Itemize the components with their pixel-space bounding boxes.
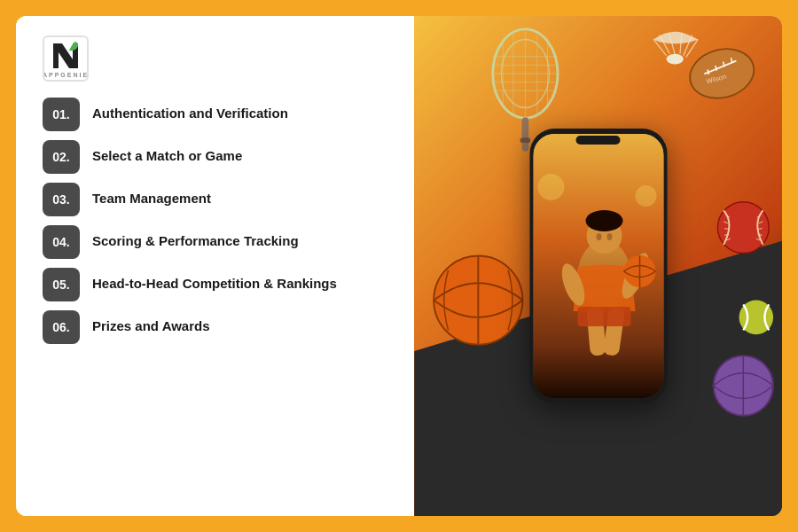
feature-label-6: Prizes and Awards xyxy=(92,310,210,335)
phone-outer xyxy=(529,129,667,403)
logo-area: APPGENIE xyxy=(43,35,387,82)
svg-rect-12 xyxy=(522,117,529,152)
phone-notch xyxy=(576,136,621,145)
feature-badge-3: 03. xyxy=(43,183,80,216)
feature-badge-1: 01. xyxy=(43,98,80,131)
feature-item-3: 03. Team Management xyxy=(43,183,387,216)
logo-nimble: APPGENIE xyxy=(43,40,89,78)
athlete-screen xyxy=(533,134,663,398)
feature-label-5: Head-to-Head Competition & Rankings xyxy=(92,268,337,293)
logo-icon xyxy=(50,40,82,72)
inner-card: APPGENIE 01. Authentication and Verifica… xyxy=(16,16,782,516)
feature-item-5: 05. Head-to-Head Competition & Rankings xyxy=(43,268,387,301)
feature-badge-2: 02. xyxy=(43,140,80,174)
svg-point-55 xyxy=(606,233,612,240)
feature-badge-6: 06. xyxy=(43,310,80,344)
phone-screen xyxy=(533,134,663,398)
left-panel: APPGENIE 01. Authentication and Verifica… xyxy=(16,16,414,516)
svg-point-22 xyxy=(667,54,684,65)
feature-badge-5: 05. xyxy=(43,268,80,301)
feature-badge-4: 04. xyxy=(43,225,80,259)
right-panel: Wilson xyxy=(414,16,782,516)
feature-item-4: 04. Scoring & Performance Tracking xyxy=(43,225,387,259)
outer-frame: APPGENIE 01. Authentication and Verifica… xyxy=(0,0,798,532)
svg-point-53 xyxy=(585,210,622,231)
svg-point-54 xyxy=(596,233,601,240)
feature-item-1: 01. Authentication and Verification xyxy=(43,98,387,131)
svg-rect-62 xyxy=(577,307,630,326)
feature-label-1: Authentication and Verification xyxy=(92,98,288,122)
phone-mockup xyxy=(529,129,667,403)
feature-list: 01. Authentication and Verification 02. … xyxy=(43,98,387,344)
feature-item-2: 02. Select a Match or Game xyxy=(43,140,387,174)
svg-point-49 xyxy=(537,174,564,200)
svg-point-50 xyxy=(635,185,656,207)
feature-label-2: Select a Match or Game xyxy=(92,140,242,165)
logo-box: APPGENIE xyxy=(43,35,89,82)
logo-tagline: APPGENIE xyxy=(43,72,89,78)
feature-label-4: Scoring & Performance Tracking xyxy=(92,225,299,250)
feature-label-3: Team Management xyxy=(92,183,211,207)
feature-item-6: 06. Prizes and Awards xyxy=(43,310,387,344)
